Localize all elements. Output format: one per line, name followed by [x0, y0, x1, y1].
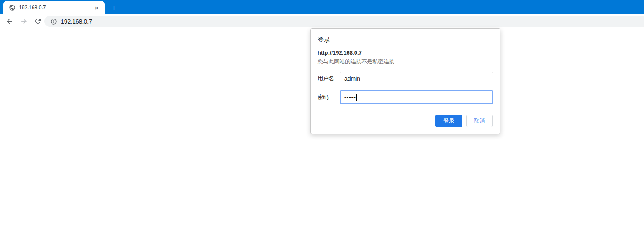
dialog-title: 登录 — [318, 36, 330, 44]
url-text: 192.168.0.7 — [61, 18, 92, 25]
dialog-origin-url: http://192.168.0.7 — [318, 49, 362, 56]
dialog-button-row: 登录 取消 — [435, 115, 493, 127]
back-icon[interactable] — [3, 15, 15, 27]
browser-tab[interactable]: 192.168.0.7 × — [3, 1, 105, 14]
cancel-button[interactable]: 取消 — [466, 115, 493, 127]
signin-button[interactable]: 登录 — [435, 115, 462, 127]
username-label: 用户名 — [318, 72, 334, 85]
new-tab-button[interactable]: + — [108, 2, 120, 14]
password-label: 密码 — [318, 90, 329, 104]
username-input[interactable] — [340, 72, 493, 85]
tab-strip: 192.168.0.7 × + — [0, 0, 644, 14]
tab-title: 192.168.0.7 — [19, 5, 93, 11]
http-auth-dialog: 登录 http://192.168.0.7 您与此网站的连接不是私密连接 用户名… — [310, 28, 500, 134]
text-caret — [356, 94, 357, 101]
dialog-security-warning: 您与此网站的连接不是私密连接 — [318, 58, 394, 66]
browser-toolbar: 192.168.0.7 — [0, 14, 644, 28]
password-masked-value: ••••• — [344, 95, 356, 100]
forward-icon — [18, 15, 30, 27]
password-input[interactable]: ••••• — [340, 90, 493, 104]
browser-window: 192.168.0.7 × + 192.16 — [0, 0, 644, 243]
globe-favicon-icon — [9, 4, 16, 11]
tab-close-icon[interactable]: × — [93, 4, 101, 11]
reload-icon[interactable] — [32, 15, 44, 27]
address-bar[interactable]: 192.168.0.7 — [44, 16, 644, 27]
info-icon[interactable] — [50, 18, 57, 25]
